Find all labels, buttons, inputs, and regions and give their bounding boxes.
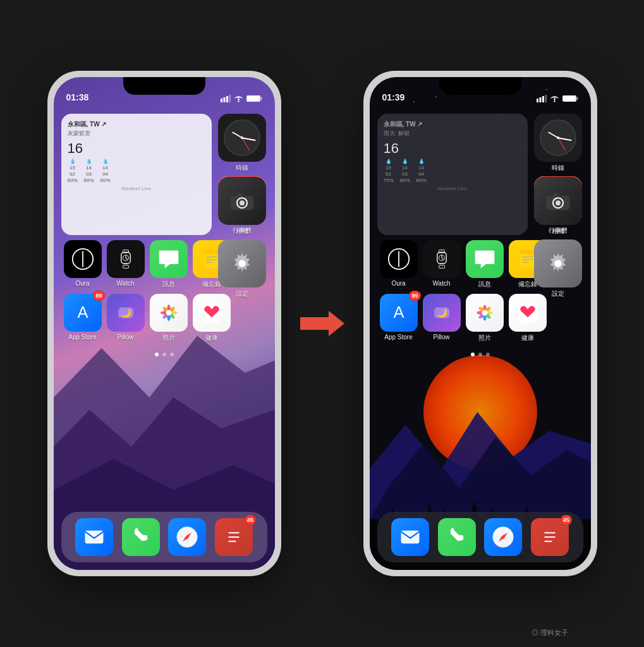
dock-mail-right[interactable] xyxy=(391,518,429,556)
app-pillow-right[interactable]: 🌙 Pillow xyxy=(423,294,461,342)
clock-face-right xyxy=(540,119,576,156)
dock-mail-left[interactable] xyxy=(75,518,113,556)
clock-app-left[interactable]: 時鐘 xyxy=(217,114,267,172)
dock-phone-left[interactable] xyxy=(122,518,160,556)
dot-2-right xyxy=(478,353,482,356)
right-widget-apps-right: 相機 設定 xyxy=(534,177,582,298)
svg-rect-9 xyxy=(260,97,262,100)
todoist-badge-left: 45 xyxy=(245,515,256,525)
svg-rect-15 xyxy=(123,265,128,269)
svg-marker-51 xyxy=(300,311,344,336)
dot-1-right xyxy=(471,353,475,356)
app-photos-left[interactable]: 照片 xyxy=(150,294,188,342)
app-oura-left[interactable]: Oura xyxy=(64,240,102,289)
svg-rect-73 xyxy=(545,95,547,102)
dock-todoist-right[interactable]: 45 xyxy=(531,518,569,556)
weather-widget-left[interactable]: 永和區, TW ↗ 灰蒙鬆雲 16 💧150260% 💧140360% 💧140… xyxy=(61,114,212,235)
svg-line-18 xyxy=(126,258,128,260)
app-appstore-right[interactable]: 89 A App Store xyxy=(380,294,418,342)
dock-phone-right[interactable] xyxy=(438,518,476,556)
watch-label-right: Watch xyxy=(433,280,451,287)
app-settings-right[interactable]: 設定 xyxy=(534,239,582,298)
clock-center-right xyxy=(557,136,559,139)
pillow-label-right: Pillow xyxy=(433,334,449,341)
svg-point-74 xyxy=(554,100,555,102)
clock-center-left xyxy=(241,136,243,139)
app-watch-left[interactable]: Watch xyxy=(107,240,145,289)
appstore-icon-left: 89 A xyxy=(64,294,102,332)
pillow-icon-left: 🌙 xyxy=(107,294,145,332)
settings-icon-right xyxy=(534,239,582,287)
svg-rect-38 xyxy=(85,531,104,543)
weather-temp-right: 16 xyxy=(384,140,521,157)
app-photos-right[interactable]: 照片 xyxy=(466,294,504,342)
dock-safari-right[interactable] xyxy=(484,518,522,556)
svg-rect-72 xyxy=(542,96,544,102)
svg-rect-3 xyxy=(221,99,222,102)
svg-text:A: A xyxy=(393,303,404,321)
settings-icon-left xyxy=(218,239,266,287)
weather-widget-right[interactable]: 永和區, TW ↗ 雨天: 解锁 16 💧150275% 💧140360% 💧1… xyxy=(377,114,528,235)
clock-face-left xyxy=(224,119,260,156)
svg-point-102 xyxy=(482,310,487,316)
messages-label-right: 訊息 xyxy=(478,280,491,289)
appstore-badge-left: 89 xyxy=(93,291,104,301)
clock-sec-hand-right xyxy=(557,138,566,151)
svg-text:🌙: 🌙 xyxy=(436,308,447,318)
dock-left: 45 xyxy=(61,512,267,562)
main-scene: 01:38 xyxy=(0,0,644,647)
camera-label-left: 相機 xyxy=(236,227,248,236)
messages-icon-right xyxy=(466,240,504,278)
wifi-icon-right xyxy=(550,95,559,102)
watermark: ◎ 理科女子 xyxy=(532,628,568,638)
app-pillow-left[interactable]: 🌙 Pillow xyxy=(107,294,145,342)
svg-rect-109 xyxy=(401,531,420,543)
status-icons-right xyxy=(537,95,578,102)
weather-label-left: Weather Line xyxy=(68,186,205,191)
phone-right: 01:39 xyxy=(363,71,597,576)
app-health-right[interactable]: 健康 xyxy=(509,294,547,342)
app-watch-right[interactable]: Watch xyxy=(423,240,461,289)
oura-icon-right xyxy=(380,240,418,278)
svg-rect-20 xyxy=(204,250,220,255)
svg-rect-107 xyxy=(553,193,558,197)
clock-sec-hand-left xyxy=(241,138,250,151)
photos-icon-right xyxy=(466,294,504,332)
clock-app-right[interactable]: 時鐘 xyxy=(533,114,583,172)
dock-right: 45 xyxy=(377,512,583,562)
dot-3-right xyxy=(486,353,490,356)
camera-icon-right xyxy=(534,177,582,225)
app-camera-right[interactable]: 相機 xyxy=(534,177,582,236)
health-label-right: 健康 xyxy=(521,334,534,342)
battery-icon-right xyxy=(562,95,578,102)
dock-safari-left[interactable] xyxy=(168,518,206,556)
dot-3-left xyxy=(170,353,174,356)
weather-label-right: Weather Line xyxy=(384,186,521,191)
app-row3-right: 89 A App Store 🌙 Pillow xyxy=(377,294,583,342)
app-camera-left[interactable]: 相機 xyxy=(218,177,266,236)
weather-hours-left: 💧150260% 💧140360% 💧140460% xyxy=(68,159,205,183)
app-appstore-left[interactable]: 89 A App Store xyxy=(64,294,102,342)
oura-label-right: Oura xyxy=(391,280,405,287)
weather-location-left: 永和區, TW ↗ xyxy=(68,120,107,129)
signal-icon-left xyxy=(221,95,231,102)
app-health-left[interactable]: 健康 xyxy=(193,294,231,342)
svg-rect-77 xyxy=(563,96,574,101)
dock-todoist-left[interactable]: 45 xyxy=(215,518,253,556)
clock-label-right: 時鐘 xyxy=(552,164,564,172)
app-oura-right[interactable]: Oura xyxy=(380,240,418,289)
svg-point-106 xyxy=(556,200,561,205)
svg-rect-87 xyxy=(519,250,536,255)
app-messages-left[interactable]: 訊息 xyxy=(150,240,188,289)
app-settings-left[interactable]: 設定 xyxy=(218,239,266,298)
phone-left: 01:38 xyxy=(47,71,281,576)
oura-icon-left xyxy=(64,240,102,278)
svg-rect-5 xyxy=(226,96,228,102)
todoist-icon-left: 45 xyxy=(215,518,253,556)
time-left: 01:38 xyxy=(66,92,89,102)
pillow-label-left: Pillow xyxy=(117,334,133,341)
mail-icon-right xyxy=(391,518,429,556)
app-messages-right[interactable]: 訊息 xyxy=(466,240,504,289)
battery-icon-left xyxy=(246,95,262,102)
photos-label-right: 照片 xyxy=(478,334,491,342)
